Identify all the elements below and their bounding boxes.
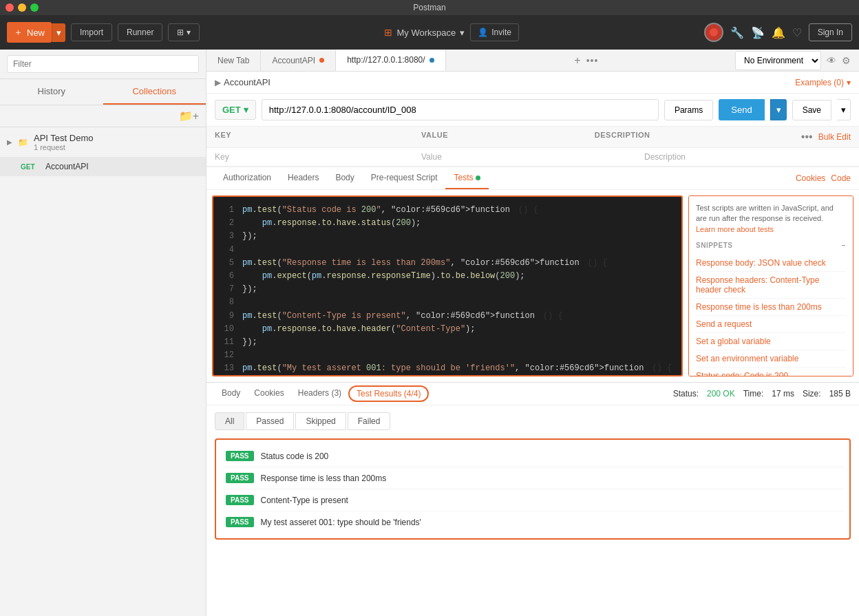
line-content: pm.test("My test asseret 001: type shoul… [242,362,644,375]
snippet-item[interactable]: Response headers: Content-Type header ch… [696,272,846,299]
snippet-item[interactable]: Response body: JSON value check [696,255,846,272]
tests-badge: Tests [454,173,480,182]
code-line: 4 [220,244,675,257]
tab-tests[interactable]: Tests [445,167,489,189]
runner-button[interactable]: Runner [118,23,162,41]
radar-icon[interactable]: 📡 [751,26,765,39]
code-editor[interactable]: 1 pm.test("Status code is 200", "color:#… [212,195,683,376]
snippet-item[interactable]: Set a global variable [696,333,846,350]
workspace-button[interactable]: ⊞ My Workspace ▾ [384,27,465,38]
pass-badge: PASS [226,517,254,527]
record-inner [710,28,718,36]
invite-button[interactable]: 👤 Invite [470,23,519,41]
tab-account-api[interactable]: AccountAPI [261,50,336,71]
code-link[interactable]: Code [831,173,851,183]
code-line: 7 }); [220,283,675,296]
tab-body[interactable]: Body [327,167,362,189]
new-dropdown-button[interactable]: ▾ [52,23,65,42]
filter-tab-failed[interactable]: Failed [348,412,391,430]
api-item[interactable]: GET AccountAPI [0,157,206,176]
wrench-icon[interactable]: 🔧 [730,26,744,39]
line-number: 8 [220,296,234,309]
resp-tab-body[interactable]: Body [215,383,247,405]
new-button[interactable]: ＋ New [7,22,52,43]
collection-item[interactable]: ▶ 📁 API Test Demo 1 request [0,127,206,157]
add-tab-icon[interactable]: + [574,54,580,67]
import-button[interactable]: Import [71,23,112,41]
tests-active-dot [476,176,480,180]
resp-tab-cookies[interactable]: Cookies [247,383,290,405]
collection-info: API Test Demo 1 request [34,133,93,151]
line-content: }); [242,336,257,349]
headers-label: Headers [288,173,319,182]
examples-link[interactable]: Examples (0) ▾ [795,78,851,87]
resp-tab-test-results[interactable]: Test Results (4/4) [348,385,429,402]
value-header: VALUE [421,131,595,143]
url-input[interactable] [262,99,659,120]
workspace-label: My Workspace [396,28,456,38]
pass-badge: PASS [226,473,254,483]
snippet-item[interactable]: Status code: Code is 200 [696,368,846,376]
snippets-minus[interactable]: − [842,242,846,249]
eye-icon[interactable]: 👁 [827,55,836,66]
params-button[interactable]: Params [664,100,713,120]
test-result-text: My test asseret 001: type should be 'fri… [261,518,421,527]
close-button[interactable] [6,3,14,12]
tab-history[interactable]: History [0,79,103,105]
tab-actions: + ••• [569,54,604,67]
filter-tab-skipped[interactable]: Skipped [295,412,346,430]
bulk-edit-button[interactable]: Bulk Edit [818,132,851,142]
record-button[interactable] [704,23,723,42]
bell-icon[interactable]: 🔔 [772,26,785,39]
snippet-item[interactable]: Set an environment variable [696,350,846,368]
filter-tab-all[interactable]: All [215,412,244,430]
send-button[interactable]: Send [719,99,764,120]
method-select[interactable]: GET ▾ [215,100,256,120]
tab-url[interactable]: http://127.0.0.1:8080/ [336,50,445,71]
pre-request-label: Pre-request Script [371,173,438,182]
snippet-item[interactable]: Send a request [696,316,846,333]
sign-in-button[interactable]: Sign In [809,23,852,41]
code-line: 2 pm.response.to.have.status(200); [220,217,675,230]
more-tabs-icon[interactable]: ••• [586,55,599,66]
request-tabs: Authorization Headers Body Pre-request S… [206,167,859,190]
send-dropdown-button[interactable]: ▾ [770,99,787,120]
tab-collections[interactable]: Collections [103,79,206,105]
search-input[interactable] [7,55,199,73]
snippets-panel: Test scripts are written in JavaScript, … [688,195,853,376]
snippet-item[interactable]: Response time is less than 200ms [696,299,846,316]
resp-tab-headers[interactable]: Headers (3) [291,383,348,405]
save-button[interactable]: Save [792,100,831,120]
req-tab-right: Cookies Code [796,167,851,189]
filter-tab-passed[interactable]: Passed [246,412,294,430]
minimize-button[interactable] [18,3,26,12]
save-dropdown-button[interactable]: ▾ [837,99,851,120]
resp-cookies-label: Cookies [254,388,284,398]
tab-authorization[interactable]: Authorization [215,167,279,189]
tab-label-url: http://127.0.0.1:8080/ [347,55,425,65]
line-number: 5 [220,257,234,270]
api-builder-button[interactable]: ⊞ ▾ [168,23,199,41]
more-params-icon[interactable]: ••• [801,131,813,143]
line-number: 7 [220,283,234,296]
add-folder-icon[interactable]: 📁+ [179,109,199,123]
line-number: 4 [220,244,234,257]
time-label: Time: [743,389,764,399]
learn-link[interactable]: Learn more about tests [696,225,774,233]
body-label: Body [335,173,354,182]
tab-pre-request[interactable]: Pre-request Script [363,167,446,189]
tab-headers[interactable]: Headers [279,167,327,189]
line-content: pm.response.to.have.header("Content-Type… [242,323,476,336]
url-bar: GET ▾ Params Send ▾ Save ▾ [206,94,859,127]
test-result-text: Content-Type is present [261,496,348,505]
size-value: 185 B [829,389,851,399]
settings-icon[interactable]: ⚙ [842,55,851,66]
heart-icon[interactable]: ♡ [792,26,802,39]
tab-new-tab[interactable]: New Tab [206,50,261,71]
environment-select[interactable]: No Environment [735,51,821,70]
request-header: ▶ AccountAPI Examples (0) ▾ [206,72,859,94]
grid-icon: ⊞ [177,28,184,37]
params-table: KEY VALUE DESCRIPTION ••• Bulk Edit Key … [206,127,859,167]
cookies-link[interactable]: Cookies [796,173,825,183]
maximize-button[interactable] [30,3,39,12]
